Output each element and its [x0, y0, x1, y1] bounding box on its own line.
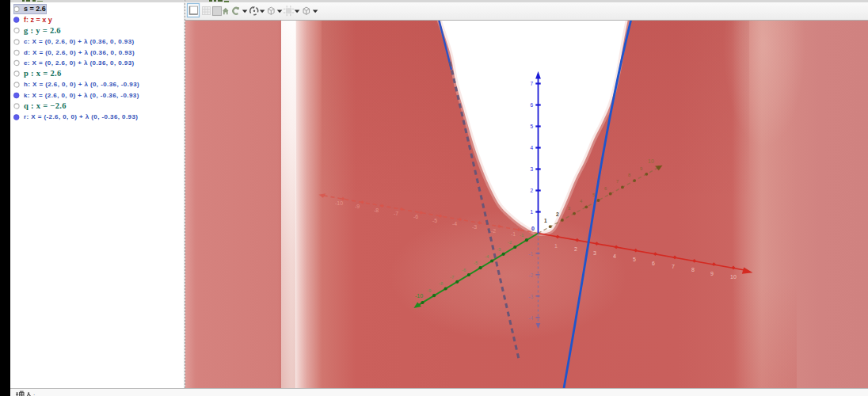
svg-text:-6: -6 [413, 214, 418, 219]
svg-text:2: 2 [574, 246, 577, 252]
svg-text:6: 6 [652, 261, 655, 266]
svg-text::: : [33, 392, 35, 396]
svg-text:-1: -1 [528, 251, 533, 257]
svg-text:-7: -7 [394, 211, 398, 216]
svg-text:-5: -5 [474, 261, 478, 265]
svg-text:4: 4 [530, 145, 533, 150]
svg-text:3: 3 [593, 250, 596, 256]
svg-text:-10: -10 [415, 293, 423, 299]
svg-text:4: 4 [613, 253, 616, 259]
svg-text:-9: -9 [355, 204, 360, 209]
svg-text:3: 3 [530, 166, 533, 172]
svg-text:10: 10 [648, 158, 654, 164]
svg-text:5: 5 [530, 124, 533, 129]
svg-text:2: 2 [556, 211, 559, 217]
svg-text:-7: -7 [450, 275, 455, 280]
svg-text:-4: -4 [452, 221, 457, 227]
svg-text:8: 8 [691, 267, 695, 272]
svg-text:-10: -10 [335, 200, 343, 206]
svg-text:7: 7 [530, 81, 533, 86]
svg-text:1: 1 [554, 243, 558, 249]
svg-text:0: 0 [531, 226, 535, 231]
svg-text:-2: -2 [528, 272, 533, 278]
svg-text:-4: -4 [485, 254, 489, 259]
svg-text:-5: -5 [432, 218, 437, 223]
svg-text:-8: -8 [374, 208, 379, 213]
svg-text:-4: -4 [528, 315, 533, 321]
svg-text:-3: -3 [472, 224, 477, 230]
svg-text:1: 1 [544, 218, 547, 223]
svg-text:6: 6 [530, 102, 533, 108]
svg-text:-3: -3 [528, 294, 533, 299]
svg-text:-3: -3 [497, 247, 501, 252]
svg-text:7: 7 [672, 264, 675, 269]
svg-text:-1: -1 [511, 231, 516, 237]
svg-text:-2: -2 [508, 240, 512, 245]
svg-text:5: 5 [633, 257, 636, 262]
svg-text:10: 10 [730, 274, 737, 280]
svg-text:-1: -1 [520, 233, 524, 238]
svg-text:-9: -9 [427, 288, 432, 293]
svg-text:-8: -8 [439, 281, 444, 286]
svg-text:9: 9 [710, 271, 714, 276]
svg-text:1: 1 [530, 209, 533, 215]
svg-text:-2: -2 [491, 228, 496, 234]
svg-text:-6: -6 [462, 268, 466, 272]
svg-text:2: 2 [530, 188, 533, 193]
